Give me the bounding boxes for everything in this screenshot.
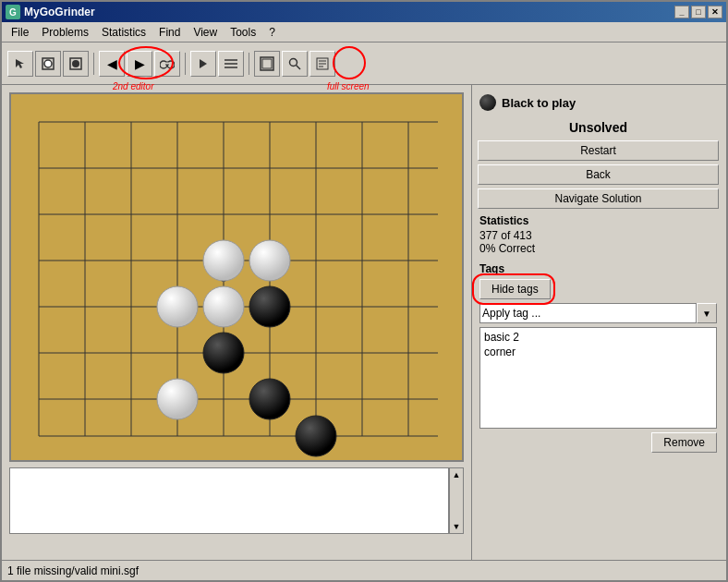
fullscreen-circle-annotation [333,46,366,79]
black-stone-indicator [479,94,496,111]
svg-point-41 [249,240,290,281]
apply-tag-row: ▼ [479,303,717,323]
apply-tag-dropdown[interactable]: ▼ [697,303,717,323]
status-text: 1 file missing/valid mini.sgf [7,564,139,577]
title-bar-left: G MyGoGrinder [6,5,95,19]
svg-point-47 [249,379,290,419]
toolbar: 2nd editor ◀ ▶ [2,42,726,85]
tags-title: Tags [479,262,717,275]
board-grid [11,94,464,462]
svg-point-45 [249,286,290,327]
menu-file[interactable]: File [6,24,34,41]
statistics-progress: 377 of 413 [479,229,717,242]
right-panel: Black to play Unsolved Restart Back Navi… [471,85,724,560]
svg-point-1 [44,60,52,67]
player-to-play: Black to play [502,96,576,110]
menu-problems[interactable]: Problems [36,24,94,41]
menu-help[interactable]: ? [263,24,281,41]
player-status-row: Black to play [478,91,719,115]
menu-view[interactable]: View [188,24,223,41]
board-area: ▲ ▼ [2,85,471,560]
status-bar: 1 file missing/valid mini.sgf [2,560,726,580]
title-controls[interactable]: _ □ ✕ [674,6,722,18]
binoculars-button[interactable] [154,51,180,77]
comment-textarea[interactable] [9,467,449,534]
menu-bar: File Problems Statistics Find View Tools… [2,22,726,42]
restart-button[interactable]: Restart [478,140,719,161]
play-button[interactable] [190,51,216,77]
tags-list: basic 2 corner [479,327,717,429]
list-button[interactable] [218,51,244,77]
navigate-button[interactable]: Navigate Solution [478,188,719,209]
svg-point-15 [290,58,297,66]
toolbar-sep3 [249,53,249,75]
svg-marker-9 [200,59,207,68]
maximize-button[interactable]: □ [691,6,706,18]
scroll-up-arrow[interactable]: ▲ [450,468,463,481]
svg-point-43 [203,286,244,327]
fullscreen-label: full screen [327,81,370,91]
svg-point-46 [203,333,244,373]
problem-status: Unsolved [478,118,719,137]
fullscreen-button[interactable] [254,51,280,77]
hide-tags-button[interactable]: Hide tags [479,279,551,299]
main-window: G MyGoGrinder _ □ ✕ File Problems Statis… [0,0,728,582]
svg-rect-14 [262,59,272,68]
svg-line-16 [297,65,301,69]
svg-point-44 [157,379,198,419]
textarea-scrollbar[interactable]: ▲ ▼ [449,467,464,534]
back-button[interactable]: Back [478,164,719,185]
scroll-down-arrow[interactable]: ▼ [450,520,463,533]
apply-tag-input[interactable] [479,303,697,323]
comment-area: ▲ ▼ [9,467,464,534]
pointer-button[interactable] [7,51,33,77]
scroll-track [450,481,463,520]
svg-rect-21 [11,94,464,462]
svg-point-42 [157,286,198,327]
editor2-button[interactable] [63,51,89,77]
toolbar-sep1 [93,53,94,75]
close-button[interactable]: ✕ [708,6,722,18]
edit3-button[interactable] [309,51,335,77]
app-icon: G [6,5,20,19]
menu-statistics[interactable]: Statistics [96,24,152,41]
tag-item-corner[interactable]: corner [484,345,712,359]
editor1-button[interactable] [35,51,61,77]
svg-point-3 [72,60,79,67]
menu-find[interactable]: Find [153,24,186,41]
main-content: ▲ ▼ Black to play Unsolved Restart Back … [2,85,726,560]
statistics-correct: 0% Correct [479,242,717,255]
go-board[interactable] [9,92,464,462]
statistics-title: Statistics [479,214,717,227]
tags-section: Tags Hide tags ▼ basic 2 corner Remove [478,261,719,455]
title-bar: G MyGoGrinder _ □ ✕ [2,2,726,22]
svg-point-48 [296,416,336,456]
next-button[interactable]: ▶ [127,51,152,77]
search-button[interactable] [282,51,308,77]
menu-tools[interactable]: Tools [224,24,261,41]
editor-label: 2nd editor [113,81,153,91]
svg-point-40 [203,240,244,281]
minimize-button[interactable]: _ [674,6,689,18]
hide-tags-wrapper: Hide tags [479,279,551,299]
statistics-section: Statistics 377 of 413 0% Correct [478,212,719,257]
prev-button[interactable]: ◀ [99,51,125,77]
tag-item-basic2[interactable]: basic 2 [484,330,712,345]
window-title: MyGoGrinder [24,6,95,18]
remove-button[interactable]: Remove [651,432,717,453]
toolbar-sep2 [185,53,186,75]
